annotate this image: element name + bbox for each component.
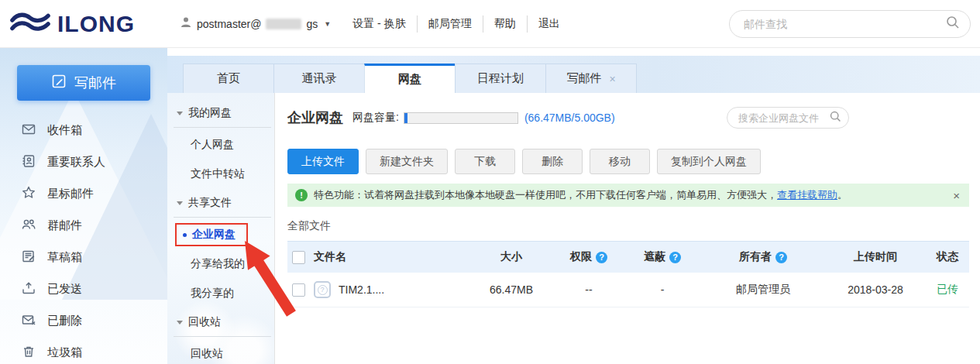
delete-button[interactable]: 删除 [522,149,583,174]
capacity-label: 网盘容量: [352,111,399,125]
tab-label: 通讯录 [302,71,337,86]
tab-schedule[interactable]: 日程计划 [455,64,546,93]
mail-search-box[interactable] [729,10,971,38]
file-owner: 邮局管理员 [701,283,825,297]
help-icon[interactable]: ? [669,252,681,263]
logo: ILONG [0,0,167,47]
mail-sidebar: 写邮件 收件箱 重要联系人 星标邮件 群邮件 草稿箱 [0,48,167,364]
mail-search-input[interactable] [742,17,945,31]
user-name-suffix: gs [306,18,318,30]
column-mask: 遮蔽 ? [624,250,701,264]
menu-logout[interactable]: 退出 [527,15,571,33]
compose-mail-button[interactable]: 写邮件 [17,65,150,101]
tab-contacts[interactable]: 通讯录 [273,64,365,93]
sidebar-item-deleted[interactable]: 已删除 [0,305,167,337]
nav-section-my-disk[interactable]: 我的网盘 [167,99,274,125]
nav-item-enterprise-disk[interactable]: 企业网盘 [167,220,274,249]
user-icon [180,16,192,31]
copy-to-personal-disk-button[interactable]: 复制到个人网盘 [657,149,761,174]
contacts-icon [21,153,36,171]
menu-help[interactable]: 帮助 [483,15,527,33]
topbar-right: postmaster@ gs ▼ 设置 - 换肤 邮局管理 帮助 退出 [167,0,980,47]
upload-file-button[interactable]: 上传文件 [287,149,359,174]
sidebar-item-label: 收件箱 [47,123,82,138]
nav-item-shared-with-me[interactable]: 分享给我的 [167,249,274,279]
tab-label: 日程计划 [477,71,524,86]
sidebar-item-label: 草稿箱 [47,250,82,265]
feature-notice-bar: ! 特色功能：试着将网盘挂载到本地像本地硬盘一样使用吧，不用下载任何客户端，简单… [287,184,969,207]
disk-nav: 我的网盘 个人网盘 文件中转站 共享文件 企业网盘 分享给我的 我分享的 [167,93,275,364]
nav-item-file-transfer[interactable]: 文件中转站 [167,160,274,189]
triangle-down-icon [177,201,183,205]
row-checkbox[interactable] [292,283,305,297]
help-icon[interactable]: ? [775,252,787,263]
file-upload-time: 2018-03-28 [825,283,926,296]
user-name-prefix: postmaster@ [197,18,261,30]
tab-compose[interactable]: 写邮件 × [545,64,637,93]
menu-postoffice-admin[interactable]: 邮局管理 [417,15,483,33]
user-name-redacted [266,19,301,29]
notice-suffix: 。 [837,188,848,202]
sidebar-item-important-contacts[interactable]: 重要联系人 [0,146,167,178]
column-size: 大小 [469,250,554,264]
user-menu[interactable]: postmaster@ gs ▼ [180,16,331,31]
logo-text: ILONG [57,11,135,37]
sidebar-item-label: 重要联系人 [47,155,105,170]
column-filename: 文件名 [314,250,469,264]
compose-label: 写邮件 [74,74,116,92]
nav-item-my-shares[interactable]: 我分享的 [167,279,274,308]
inbox-icon [21,122,36,139]
page-title: 企业网盘 [287,108,343,127]
deleted-icon [21,312,36,330]
divider [174,127,271,128]
search-icon[interactable] [945,15,961,33]
sidebar-item-sent[interactable]: 已发送 [0,273,167,305]
nav-item-recycle-bin[interactable]: 回收站 [167,339,274,364]
tab-label: 首页 [217,71,240,86]
sidebar-item-inbox[interactable]: 收件箱 [0,115,167,146]
new-folder-button[interactable]: 新建文件夹 [366,149,448,174]
capacity-value: (66.47MB/5.00GB) [524,112,615,124]
table-row[interactable]: ? TIM2.1.... 66.47MB -- - 邮局管理员 2018-03-… [287,273,969,307]
sidebar-item-group-mail[interactable]: 群邮件 [0,210,167,242]
tab-home[interactable]: 首页 [183,64,274,93]
nav-section-shared-files[interactable]: 共享文件 [167,189,274,215]
group-icon [21,217,36,235]
download-button[interactable]: 下载 [455,149,515,174]
disk-search-input[interactable] [737,112,829,125]
tab-netdisk[interactable]: 网盘 [364,64,456,93]
column-status: 状态 [926,250,969,264]
nav-item-personal-disk[interactable]: 个人网盘 [167,130,274,160]
capacity-bar [404,112,518,124]
file-type-icon: ? [314,281,331,298]
toolbar: 上传文件 新建文件夹 下载 删除 移动 复制到个人网盘 [287,149,969,174]
tab-label: 写邮件 [566,71,601,86]
move-button[interactable]: 移动 [590,149,650,174]
capacity-fill [404,113,407,123]
select-all-checkbox[interactable] [292,251,305,264]
sidebar-item-drafts[interactable]: 草稿箱 [0,242,167,273]
mount-help-link[interactable]: 查看挂载帮助 [777,188,837,202]
sidebar-item-starred[interactable]: 星标邮件 [0,178,167,210]
topbar: ILONG postmaster@ gs ▼ 设置 - 换肤 邮局管理 帮助 退… [0,0,980,48]
chevron-down-icon: ▼ [324,20,331,28]
sidebar-item-junk[interactable]: 垃圾箱 [0,337,167,364]
disk-search-box[interactable] [727,107,849,129]
help-icon[interactable]: ? [596,252,607,263]
file-table: 文件名 大小 权限 ? 遮蔽 ? 所有者 ? [287,241,969,307]
draft-icon [21,249,36,266]
table-header: 文件名 大小 权限 ? 遮蔽 ? 所有者 ? [287,241,969,273]
divider [174,336,271,337]
red-highlight-box: 企业网盘 [175,223,248,246]
menu-settings-skin[interactable]: 设置 - 换肤 [342,15,416,33]
file-permission: -- [554,283,624,296]
close-icon[interactable]: × [609,73,615,85]
search-icon[interactable] [829,110,842,126]
nav-section-recycle[interactable]: 回收站 [167,308,274,335]
sidebar-item-label: 已删除 [47,314,82,328]
info-icon: ! [295,189,308,201]
sidebar-item-label: 已发送 [47,282,82,297]
star-icon [21,185,36,203]
file-name[interactable]: TIM2.1.... [339,283,384,296]
notice-close-icon[interactable]: × [953,189,960,202]
